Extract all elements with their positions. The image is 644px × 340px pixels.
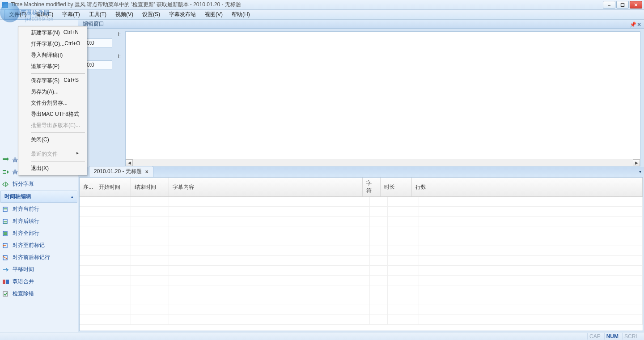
col-content[interactable]: 字幕内容 xyxy=(169,178,363,196)
table-row[interactable] xyxy=(80,285,643,295)
document-tab[interactable]: 2010.01.20 - 无标题 × xyxy=(89,166,153,177)
table-row[interactable] xyxy=(80,197,643,207)
merge-newline-icon xyxy=(2,169,10,176)
table-row[interactable] xyxy=(80,236,643,246)
sidebar-section-timeline[interactable]: 时间轴编辑 ▴ xyxy=(0,191,77,203)
menu-separator xyxy=(31,73,85,74)
tab-close-icon[interactable]: × xyxy=(145,169,148,175)
menu-split-save[interactable]: 文件分割另存... xyxy=(19,98,86,109)
menu-view[interactable]: 视图(V) xyxy=(200,9,227,20)
menu-separator xyxy=(31,161,85,162)
grid-body[interactable] xyxy=(80,197,643,331)
align-after-icon xyxy=(2,218,10,225)
editor-scrollbar[interactable]: ◀ ▶ xyxy=(126,159,640,166)
table-row[interactable] xyxy=(80,246,643,256)
menu-subtitle[interactable]: 字幕(T) xyxy=(58,9,84,20)
tabs-dropdown-icon[interactable]: ▾ xyxy=(639,169,641,174)
menu-edit[interactable]: 编辑(E) xyxy=(31,9,58,20)
col-end[interactable]: 结束时间 xyxy=(131,178,169,196)
bilingual-icon xyxy=(2,278,10,285)
document-tab-label: 2010.01.20 - 无标题 xyxy=(94,168,142,175)
menu-separator xyxy=(31,147,85,147)
col-chars[interactable]: 字符 xyxy=(363,178,381,196)
sidebar-shift-time[interactable]: 平移时间 xyxy=(0,264,78,276)
sidebar-align-all[interactable]: 对齐全部行 xyxy=(0,227,78,239)
col-lines[interactable]: 行数 xyxy=(412,178,643,196)
table-row[interactable] xyxy=(80,256,643,266)
table-row[interactable] xyxy=(80,276,643,285)
table-row[interactable] xyxy=(80,217,643,226)
status-bar: CAP NUM SCRL xyxy=(0,332,644,340)
svg-rect-14 xyxy=(4,233,7,234)
menu-publish[interactable]: 字幕发布站 xyxy=(165,9,200,20)
svg-rect-6 xyxy=(3,173,6,174)
menu-help[interactable]: 帮助(H) xyxy=(227,9,254,20)
table-row[interactable] xyxy=(80,207,643,217)
table-row[interactable] xyxy=(80,305,643,315)
table-row[interactable] xyxy=(80,315,643,325)
menu-export-mac-utf8[interactable]: 导出MAC UTF8格式 xyxy=(19,109,86,120)
svg-rect-22 xyxy=(6,280,9,284)
pin-icon[interactable]: 📌 xyxy=(630,21,635,27)
subtitle-grid: 序... 开始时间 结束时间 字幕内容 字符 时长 行数 xyxy=(79,177,643,331)
menu-file[interactable]: 文件(F) xyxy=(4,9,31,20)
align-mark-row-icon xyxy=(2,254,10,261)
menu-save-as[interactable]: 另存为(A)... xyxy=(19,86,86,98)
sidebar-align-mark-row[interactable]: 对齐前后标记行 xyxy=(0,251,78,264)
menu-recent-files: 最近的文件▸ xyxy=(19,149,86,160)
svg-rect-11 xyxy=(4,223,7,224)
menu-open-subtitle[interactable]: 打开字幕(O)...Ctrl+O xyxy=(19,38,86,50)
menu-exit[interactable]: 退出(X) xyxy=(19,163,86,174)
window-title: Time Machine modified by 晨风 请点帮助菜单中的 '检查… xyxy=(11,1,603,8)
menu-save-subtitle[interactable]: 保存字幕(S)Ctrl+S xyxy=(19,75,86,86)
status-cap: CAP xyxy=(587,333,602,340)
scroll-right-button[interactable]: ▶ xyxy=(633,159,640,166)
subtitle-text-editor[interactable]: ◀ ▶ xyxy=(125,31,640,166)
title-bar: Time Machine modified by 晨风 请点帮助菜单中的 '检查… xyxy=(0,0,644,10)
svg-rect-10 xyxy=(4,221,7,222)
merge-tail-icon xyxy=(2,157,10,164)
menu-separator xyxy=(31,132,85,133)
shift-time-icon xyxy=(2,266,10,273)
file-menu-dropdown: 新建字幕(N)Ctrl+N 打开字幕(O)...Ctrl+O 导入翻译稿(I) … xyxy=(18,26,87,175)
svg-rect-5 xyxy=(3,170,6,171)
col-seq[interactable]: 序... xyxy=(80,178,95,196)
sidebar-bilingual-merge[interactable]: 双语合并 xyxy=(0,276,78,288)
svg-point-17 xyxy=(3,245,4,246)
table-row[interactable] xyxy=(80,266,643,276)
svg-rect-21 xyxy=(3,280,5,284)
menu-import-translation[interactable]: 导入翻译稿(I) xyxy=(19,50,86,61)
scroll-left-button[interactable]: ◀ xyxy=(126,159,133,166)
panel-close-icon[interactable]: ✕ xyxy=(637,21,642,27)
sidebar-align-after[interactable]: 对齐后续行 xyxy=(0,215,78,227)
col-dur[interactable]: 时长 xyxy=(381,178,412,196)
svg-rect-1 xyxy=(621,3,624,6)
sidebar-align-prev-mark[interactable]: 对齐至前标记 xyxy=(0,239,78,251)
menu-settings[interactable]: 设置(S) xyxy=(138,9,165,20)
sidebar-align-current[interactable]: 对齐当前行 xyxy=(0,203,78,215)
table-row[interactable] xyxy=(80,295,643,305)
close-button[interactable] xyxy=(630,1,642,8)
sidebar-split[interactable]: 拆分字幕 xyxy=(0,178,78,190)
status-num: NUM xyxy=(604,333,620,340)
editor-panel-header: 编辑窗口 📌 ✕ xyxy=(78,20,644,29)
col-start[interactable]: 开始时间 xyxy=(95,178,131,196)
app-icon xyxy=(2,2,8,8)
chevron-up-icon: ▴ xyxy=(71,195,73,199)
maximize-button[interactable] xyxy=(616,1,629,8)
table-row[interactable] xyxy=(80,226,643,236)
menu-video[interactable]: 视频(V) xyxy=(111,9,138,20)
split-icon xyxy=(2,181,10,188)
check-icon xyxy=(2,290,10,298)
align-all-icon xyxy=(2,230,10,237)
svg-rect-15 xyxy=(4,234,7,235)
menu-close-file[interactable]: 关闭(C) xyxy=(19,134,86,145)
align-current-icon xyxy=(2,206,10,213)
menu-new-subtitle[interactable]: 新建字幕(N)Ctrl+N xyxy=(19,27,86,38)
grid-header: 序... 开始时间 结束时间 字幕内容 字符 时长 行数 xyxy=(80,178,643,197)
menu-append-subtitle[interactable]: 追加字幕(P) xyxy=(19,61,86,72)
svg-rect-4 xyxy=(3,158,7,160)
sidebar-check-errors[interactable]: 检查除错 xyxy=(0,288,78,300)
menu-tools[interactable]: 工具(T) xyxy=(85,9,111,20)
minimize-button[interactable] xyxy=(603,1,615,8)
